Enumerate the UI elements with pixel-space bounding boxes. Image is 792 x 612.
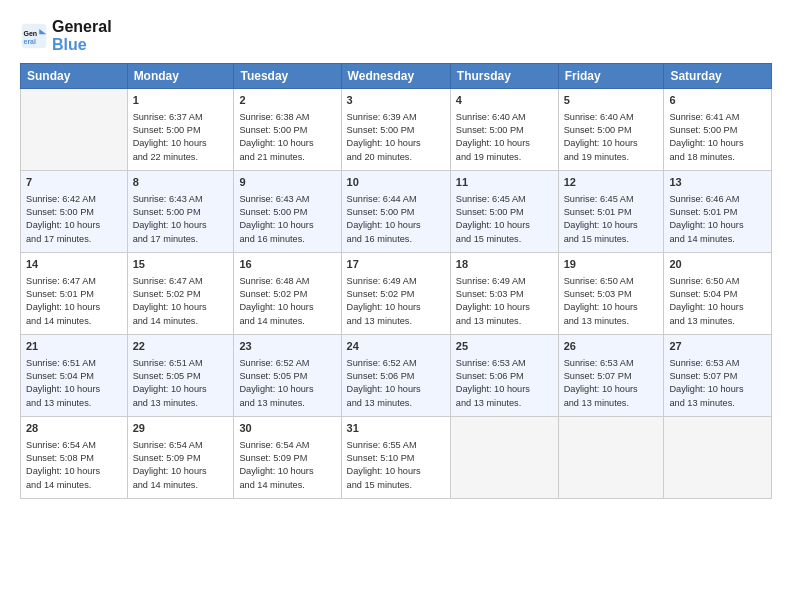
calendar-week-1: 1Sunrise: 6:37 AM Sunset: 5:00 PM Daylig… (21, 89, 772, 171)
day-number: 5 (564, 93, 659, 108)
calendar-cell: 2Sunrise: 6:38 AM Sunset: 5:00 PM Daylig… (234, 89, 341, 171)
day-number: 14 (26, 257, 122, 272)
day-number: 3 (347, 93, 445, 108)
day-info: Sunrise: 6:53 AM Sunset: 5:07 PM Dayligh… (564, 357, 659, 410)
day-info: Sunrise: 6:42 AM Sunset: 5:00 PM Dayligh… (26, 193, 122, 246)
logo: Gen eral General Blue (20, 18, 112, 53)
weekday-header-friday: Friday (558, 64, 664, 89)
svg-text:eral: eral (24, 37, 37, 44)
day-info: Sunrise: 6:51 AM Sunset: 5:05 PM Dayligh… (133, 357, 229, 410)
day-number: 6 (669, 93, 766, 108)
calendar-cell: 22Sunrise: 6:51 AM Sunset: 5:05 PM Dayli… (127, 335, 234, 417)
calendar-cell: 10Sunrise: 6:44 AM Sunset: 5:00 PM Dayli… (341, 171, 450, 253)
weekday-header-sunday: Sunday (21, 64, 128, 89)
calendar-cell (558, 417, 664, 499)
day-info: Sunrise: 6:37 AM Sunset: 5:00 PM Dayligh… (133, 111, 229, 164)
calendar-cell: 12Sunrise: 6:45 AM Sunset: 5:01 PM Dayli… (558, 171, 664, 253)
calendar-cell: 17Sunrise: 6:49 AM Sunset: 5:02 PM Dayli… (341, 253, 450, 335)
calendar-table: SundayMondayTuesdayWednesdayThursdayFrid… (20, 63, 772, 499)
day-info: Sunrise: 6:41 AM Sunset: 5:00 PM Dayligh… (669, 111, 766, 164)
day-number: 7 (26, 175, 122, 190)
weekday-header-wednesday: Wednesday (341, 64, 450, 89)
day-number: 24 (347, 339, 445, 354)
calendar-cell: 28Sunrise: 6:54 AM Sunset: 5:08 PM Dayli… (21, 417, 128, 499)
day-info: Sunrise: 6:46 AM Sunset: 5:01 PM Dayligh… (669, 193, 766, 246)
calendar-cell: 20Sunrise: 6:50 AM Sunset: 5:04 PM Dayli… (664, 253, 772, 335)
day-info: Sunrise: 6:44 AM Sunset: 5:00 PM Dayligh… (347, 193, 445, 246)
calendar-cell: 4Sunrise: 6:40 AM Sunset: 5:00 PM Daylig… (450, 89, 558, 171)
day-info: Sunrise: 6:54 AM Sunset: 5:08 PM Dayligh… (26, 439, 122, 492)
day-info: Sunrise: 6:53 AM Sunset: 5:06 PM Dayligh… (456, 357, 553, 410)
day-number: 18 (456, 257, 553, 272)
day-info: Sunrise: 6:47 AM Sunset: 5:02 PM Dayligh… (133, 275, 229, 328)
day-info: Sunrise: 6:47 AM Sunset: 5:01 PM Dayligh… (26, 275, 122, 328)
calendar-cell: 23Sunrise: 6:52 AM Sunset: 5:05 PM Dayli… (234, 335, 341, 417)
day-number: 2 (239, 93, 335, 108)
svg-text:Gen: Gen (24, 30, 38, 37)
calendar-cell: 18Sunrise: 6:49 AM Sunset: 5:03 PM Dayli… (450, 253, 558, 335)
calendar-cell: 7Sunrise: 6:42 AM Sunset: 5:00 PM Daylig… (21, 171, 128, 253)
day-number: 22 (133, 339, 229, 354)
day-number: 8 (133, 175, 229, 190)
day-info: Sunrise: 6:52 AM Sunset: 5:06 PM Dayligh… (347, 357, 445, 410)
calendar-cell: 14Sunrise: 6:47 AM Sunset: 5:01 PM Dayli… (21, 253, 128, 335)
calendar-cell: 27Sunrise: 6:53 AM Sunset: 5:07 PM Dayli… (664, 335, 772, 417)
day-info: Sunrise: 6:43 AM Sunset: 5:00 PM Dayligh… (133, 193, 229, 246)
day-number: 12 (564, 175, 659, 190)
calendar-cell: 26Sunrise: 6:53 AM Sunset: 5:07 PM Dayli… (558, 335, 664, 417)
day-number: 19 (564, 257, 659, 272)
calendar-cell: 11Sunrise: 6:45 AM Sunset: 5:00 PM Dayli… (450, 171, 558, 253)
day-info: Sunrise: 6:40 AM Sunset: 5:00 PM Dayligh… (456, 111, 553, 164)
day-number: 23 (239, 339, 335, 354)
weekday-header-row: SundayMondayTuesdayWednesdayThursdayFrid… (21, 64, 772, 89)
page: Gen eral General Blue SundayMondayTuesda… (0, 0, 792, 612)
calendar-cell: 15Sunrise: 6:47 AM Sunset: 5:02 PM Dayli… (127, 253, 234, 335)
day-number: 20 (669, 257, 766, 272)
day-info: Sunrise: 6:40 AM Sunset: 5:00 PM Dayligh… (564, 111, 659, 164)
weekday-header-thursday: Thursday (450, 64, 558, 89)
day-number: 25 (456, 339, 553, 354)
calendar-cell: 13Sunrise: 6:46 AM Sunset: 5:01 PM Dayli… (664, 171, 772, 253)
calendar-cell: 1Sunrise: 6:37 AM Sunset: 5:00 PM Daylig… (127, 89, 234, 171)
calendar-week-3: 14Sunrise: 6:47 AM Sunset: 5:01 PM Dayli… (21, 253, 772, 335)
calendar-cell: 24Sunrise: 6:52 AM Sunset: 5:06 PM Dayli… (341, 335, 450, 417)
day-number: 13 (669, 175, 766, 190)
day-info: Sunrise: 6:52 AM Sunset: 5:05 PM Dayligh… (239, 357, 335, 410)
logo-text: General Blue (52, 18, 112, 53)
calendar-cell: 31Sunrise: 6:55 AM Sunset: 5:10 PM Dayli… (341, 417, 450, 499)
day-info: Sunrise: 6:55 AM Sunset: 5:10 PM Dayligh… (347, 439, 445, 492)
day-number: 31 (347, 421, 445, 436)
logo-icon: Gen eral (20, 22, 48, 50)
calendar-cell: 25Sunrise: 6:53 AM Sunset: 5:06 PM Dayli… (450, 335, 558, 417)
day-number: 9 (239, 175, 335, 190)
calendar-cell (21, 89, 128, 171)
day-info: Sunrise: 6:45 AM Sunset: 5:01 PM Dayligh… (564, 193, 659, 246)
calendar-week-2: 7Sunrise: 6:42 AM Sunset: 5:00 PM Daylig… (21, 171, 772, 253)
day-number: 15 (133, 257, 229, 272)
day-number: 4 (456, 93, 553, 108)
weekday-header-saturday: Saturday (664, 64, 772, 89)
day-number: 26 (564, 339, 659, 354)
day-info: Sunrise: 6:51 AM Sunset: 5:04 PM Dayligh… (26, 357, 122, 410)
header: Gen eral General Blue (20, 18, 772, 53)
weekday-header-tuesday: Tuesday (234, 64, 341, 89)
day-info: Sunrise: 6:53 AM Sunset: 5:07 PM Dayligh… (669, 357, 766, 410)
calendar-week-4: 21Sunrise: 6:51 AM Sunset: 5:04 PM Dayli… (21, 335, 772, 417)
day-info: Sunrise: 6:39 AM Sunset: 5:00 PM Dayligh… (347, 111, 445, 164)
day-number: 1 (133, 93, 229, 108)
calendar-cell: 30Sunrise: 6:54 AM Sunset: 5:09 PM Dayli… (234, 417, 341, 499)
day-info: Sunrise: 6:38 AM Sunset: 5:00 PM Dayligh… (239, 111, 335, 164)
day-info: Sunrise: 6:54 AM Sunset: 5:09 PM Dayligh… (239, 439, 335, 492)
day-info: Sunrise: 6:49 AM Sunset: 5:02 PM Dayligh… (347, 275, 445, 328)
calendar-cell (450, 417, 558, 499)
day-number: 21 (26, 339, 122, 354)
day-info: Sunrise: 6:45 AM Sunset: 5:00 PM Dayligh… (456, 193, 553, 246)
calendar-cell: 3Sunrise: 6:39 AM Sunset: 5:00 PM Daylig… (341, 89, 450, 171)
day-number: 28 (26, 421, 122, 436)
calendar-cell: 16Sunrise: 6:48 AM Sunset: 5:02 PM Dayli… (234, 253, 341, 335)
calendar-cell: 8Sunrise: 6:43 AM Sunset: 5:00 PM Daylig… (127, 171, 234, 253)
calendar-cell: 21Sunrise: 6:51 AM Sunset: 5:04 PM Dayli… (21, 335, 128, 417)
day-number: 30 (239, 421, 335, 436)
day-info: Sunrise: 6:50 AM Sunset: 5:04 PM Dayligh… (669, 275, 766, 328)
day-number: 29 (133, 421, 229, 436)
